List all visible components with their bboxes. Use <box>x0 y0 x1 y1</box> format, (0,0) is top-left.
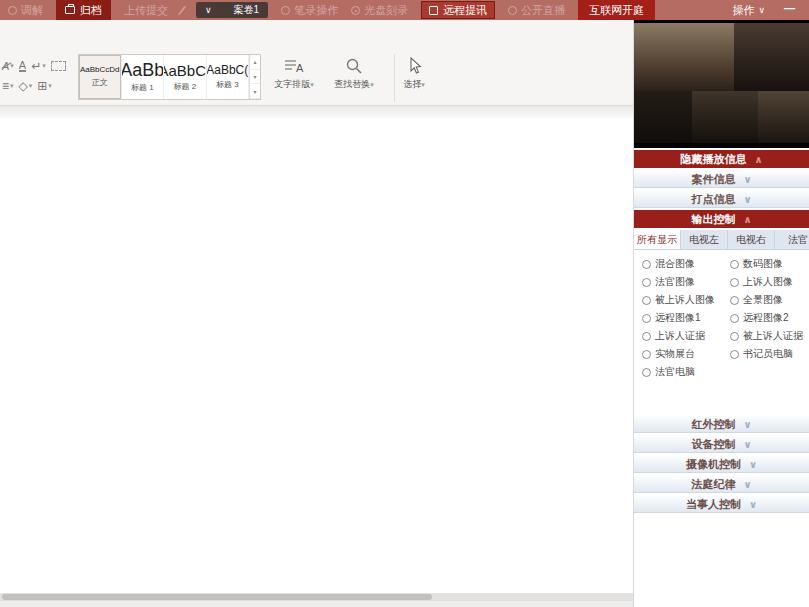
find-replace-label: 查找替换 <box>334 79 370 89</box>
paragraph-mark-icon[interactable] <box>51 61 66 71</box>
style-heading3[interactable]: AaBbC( 标题 3 <box>207 55 250 99</box>
radio-icon[interactable] <box>642 332 651 341</box>
tab-label: 电视左 <box>689 233 719 247</box>
tab-tv-left[interactable]: 电视左 <box>681 230 728 249</box>
panel-device-control[interactable]: 设备控制 ∨ <box>634 435 809 453</box>
radio-icon[interactable] <box>730 278 739 287</box>
panel-output-control[interactable]: 输出控制 ∧ <box>634 210 809 228</box>
clear-format-icon[interactable]: A▾ <box>2 60 14 72</box>
main-area: A▾ A ↵▾ ≡▾ ◇▾ ⊞▾ AaBbCcDd 正文 <box>0 20 809 607</box>
disc-burn-button[interactable]: 光盘刻录 <box>351 3 408 18</box>
panel-label: 红外控制 <box>691 417 735 432</box>
find-replace-icon <box>345 54 363 78</box>
output-option-remote-image-1[interactable]: 远程图像1 <box>642 311 730 325</box>
document-top-shadow <box>0 106 633 118</box>
tab-all-display[interactable]: 所有显示 <box>634 230 681 249</box>
top-toolbar: 调解 归档 上传提交 ∨ 案卷1 笔录操作 光盘刻录 远程提讯 公开直播 <box>0 0 809 20</box>
output-option-remote-image-2[interactable]: 远程图像2 <box>730 311 807 325</box>
radio-icon[interactable] <box>642 260 651 269</box>
style-heading1[interactable]: AaBb 标题 1 <box>122 55 165 99</box>
scroll-up-icon[interactable]: ▴ <box>250 55 260 70</box>
remote-arraignment-button[interactable]: 远程提讯 <box>421 1 495 19</box>
character-border-icon[interactable]: A <box>19 60 26 72</box>
panel-case-info[interactable]: 案件信息 ∨ <box>634 170 809 188</box>
horizontal-scrollbar[interactable] <box>0 593 633 601</box>
output-option-appellee-evidence[interactable]: 被上诉人证据 <box>730 329 807 343</box>
minimize-button[interactable]: — <box>778 2 801 18</box>
remote-arraignment-label: 远程提讯 <box>443 3 487 18</box>
edit-pen-icon[interactable] <box>178 5 186 15</box>
courtroom-video-feed[interactable] <box>634 20 809 148</box>
output-option-panorama-image[interactable]: 全景图像 <box>730 293 807 307</box>
scroll-down-icon[interactable]: ▾ <box>250 70 260 85</box>
control-sidebar: 隐藏播放信息 ∧ 案件信息 ∨ 打点信息 ∨ 输出控制 ∧ 所有显示 电视左 电… <box>633 20 809 607</box>
radio-icon[interactable] <box>730 296 739 305</box>
public-broadcast-button[interactable]: 公开直播 <box>508 3 565 18</box>
gallery-more-icon[interactable]: ▾ <box>250 84 260 99</box>
output-option-exhibit-stand[interactable]: 实物展台 <box>642 347 730 361</box>
select-button[interactable]: 选择▾ <box>390 54 438 91</box>
document-canvas[interactable] <box>0 118 633 593</box>
radio-icon[interactable] <box>730 332 739 341</box>
panel-court-discipline[interactable]: 法庭纪律 ∨ <box>634 475 809 493</box>
transcript-ops-button[interactable]: 笔录操作 <box>281 3 338 18</box>
upload-submit-button[interactable]: 上传提交 <box>124 3 168 18</box>
output-option-digital-image[interactable]: 数码图像 <box>730 257 807 271</box>
chevron-down-icon[interactable]: ∨ <box>205 5 212 15</box>
tab-judge[interactable]: 法官 <box>775 230 809 249</box>
operation-menu[interactable]: 操作 ∨ <box>732 3 765 18</box>
output-option-label: 远程图像2 <box>743 311 789 325</box>
style-name: 标题 3 <box>216 79 239 90</box>
output-option-appellant-image[interactable]: 上诉人图像 <box>730 275 807 289</box>
panel-hide-playback-info[interactable]: 隐藏播放信息 ∧ <box>634 150 809 168</box>
panel-party-control[interactable]: 当事人控制 ∨ <box>634 495 809 513</box>
chevron-down-icon: ∨ <box>743 419 751 430</box>
output-option-label: 混合图像 <box>655 257 695 271</box>
output-option-clerk-computer[interactable]: 书记员电脑 <box>730 347 807 361</box>
output-option-label: 全景图像 <box>743 293 783 307</box>
panel-label: 案件信息 <box>691 172 735 187</box>
radio-icon[interactable] <box>642 350 651 359</box>
style-normal[interactable]: AaBbCcDd 正文 <box>79 55 122 99</box>
output-option-label: 上诉人证据 <box>655 329 705 343</box>
line-spacing-icon[interactable]: ≡▾ <box>2 79 14 93</box>
radio-icon[interactable] <box>642 278 651 287</box>
panel-mark-info[interactable]: 打点信息 ∨ <box>634 190 809 208</box>
chevron-up-icon: ∧ <box>743 214 751 225</box>
output-option-appellee-image[interactable]: 被上诉人图像 <box>642 293 730 307</box>
panel-camera-control[interactable]: 摄像机控制 ∨ <box>634 455 809 473</box>
mediate-button[interactable]: 调解 <box>8 3 43 18</box>
radio-icon[interactable] <box>642 314 651 323</box>
line-break-icon[interactable]: ↵▾ <box>31 59 46 73</box>
output-option-label: 被上诉人图像 <box>655 293 715 307</box>
radio-icon[interactable] <box>730 260 739 269</box>
output-option-appellant-evidence[interactable]: 上诉人证据 <box>642 329 730 343</box>
radio-icon[interactable] <box>730 314 739 323</box>
radio-icon[interactable] <box>730 350 739 359</box>
shading-icon[interactable]: ◇▾ <box>19 79 33 93</box>
horizontal-scrollbar-thumb[interactable] <box>2 594 432 600</box>
borders-icon[interactable]: ⊞▾ <box>37 79 52 93</box>
text-layout-icon: A <box>283 54 305 78</box>
archive-button[interactable]: 归档 <box>56 0 111 20</box>
style-gallery: AaBbCcDd 正文 AaBb 标题 1 AaBbC( 标题 2 AaBbC(… <box>78 54 261 100</box>
case-file-dropdown[interactable]: ∨ 案卷1 <box>196 2 268 18</box>
output-option-judge-computer[interactable]: 法官电脑 <box>642 365 730 379</box>
output-option-mixed-image[interactable]: 混合图像 <box>642 257 730 271</box>
panel-infrared-control[interactable]: 红外控制 ∨ <box>634 415 809 433</box>
style-name: 标题 2 <box>173 81 196 92</box>
mediate-icon <box>8 6 17 15</box>
output-option-label: 上诉人图像 <box>743 275 793 289</box>
text-layout-button[interactable]: A 文字排版▾ <box>270 54 318 91</box>
radio-icon[interactable] <box>642 296 651 305</box>
find-replace-button[interactable]: 查找替换▾ <box>330 54 378 91</box>
style-sample: AaBbC( <box>164 63 207 78</box>
style-heading2[interactable]: AaBbC( 标题 2 <box>164 55 207 99</box>
radio-icon[interactable] <box>642 368 651 377</box>
tab-tv-right[interactable]: 电视右 <box>728 230 775 249</box>
output-option-judge-image[interactable]: 法官图像 <box>642 275 730 289</box>
internet-court-button[interactable]: 互联网开庭 <box>578 0 655 20</box>
style-gallery-scrollbar[interactable]: ▴ ▾ ▾ <box>249 55 260 99</box>
output-option-label: 远程图像1 <box>655 311 701 325</box>
video-row-bottom <box>634 91 809 143</box>
